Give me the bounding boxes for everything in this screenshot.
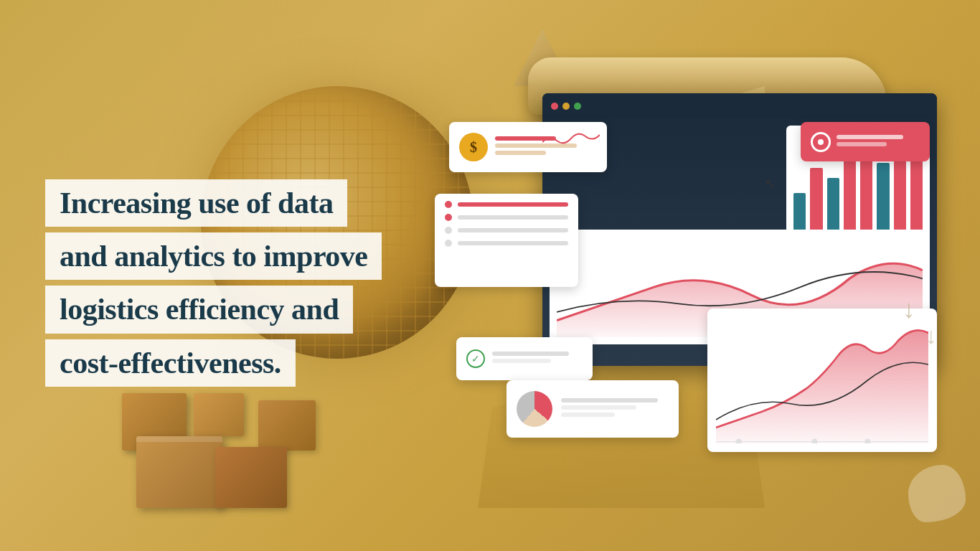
pie-chart-lines	[561, 398, 669, 420]
text-overlay: Increasing use of data and analytics to …	[45, 179, 433, 392]
dashboard-area: ↖	[435, 93, 937, 452]
pie-line-2	[561, 405, 636, 410]
status-line-1	[837, 135, 903, 139]
bar-4	[844, 153, 856, 233]
status-line-2	[837, 142, 887, 146]
monitor-dot-yellow	[562, 103, 570, 110]
cursor-icon: ↖	[765, 176, 779, 190]
card-check: ✓	[456, 337, 593, 380]
pie-line-3	[561, 413, 615, 417]
list-bar-1	[458, 202, 568, 207]
pie-chart	[517, 391, 552, 427]
card-pie-chart	[507, 380, 679, 438]
check-line-1	[492, 352, 569, 356]
list-dot-3	[445, 227, 452, 234]
list-bar-4	[458, 241, 568, 245]
bar-3	[827, 178, 839, 233]
card-line-3	[495, 151, 546, 155]
circle-indicator	[811, 132, 831, 152]
check-icon: ✓	[466, 349, 485, 368]
text-line-3: logistics efficiency and	[45, 286, 353, 333]
box-large	[136, 436, 222, 508]
page-container: ↖	[0, 0, 980, 551]
card-status-lines	[837, 135, 920, 149]
list-bar-2	[458, 215, 568, 220]
list-row-1	[445, 201, 568, 208]
card-status-red	[801, 122, 930, 161]
list-row-4	[445, 240, 568, 247]
arrow-down-1: ↓	[903, 294, 915, 324]
box-side	[215, 447, 287, 508]
wave-chart	[542, 128, 600, 153]
list-bar-3	[458, 228, 568, 232]
check-line-2	[492, 359, 551, 363]
large-chart-svg	[716, 317, 928, 443]
list-dot-1	[445, 201, 452, 208]
monitor-dot-green	[574, 103, 581, 110]
arrow-down-2: ↓	[925, 323, 937, 349]
dollar-icon: $	[459, 133, 488, 161]
monitor-dot-red	[551, 103, 558, 110]
card-check-lines	[492, 352, 583, 366]
bar-6	[877, 163, 889, 233]
circle-dot	[818, 139, 824, 145]
list-row-2	[445, 214, 568, 221]
card-large-chart	[707, 309, 937, 452]
list-dot-2	[445, 214, 452, 221]
bar-2	[810, 168, 822, 233]
text-line-4: cost-effectiveness.	[45, 339, 296, 387]
list-row-3	[445, 227, 568, 234]
text-line-1: Increasing use of data	[45, 179, 347, 227]
bar-1	[793, 193, 806, 233]
card-dollar: $	[449, 122, 607, 172]
monitor-header	[542, 93, 937, 118]
box-small	[194, 393, 244, 436]
list-dot-4	[445, 240, 452, 247]
text-line-2: and analytics to improve	[45, 232, 382, 280]
pie-line-1	[561, 398, 658, 402]
card-list	[435, 194, 578, 287]
box-back	[258, 400, 316, 451]
